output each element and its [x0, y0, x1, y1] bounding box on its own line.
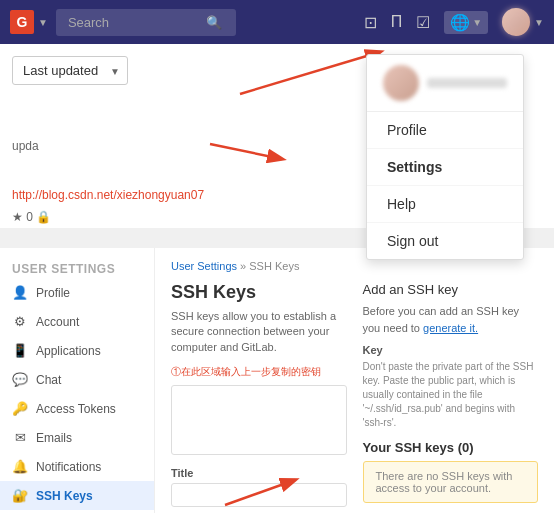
nav-icons-group: ⊡ П ☑ 🌐 ▼ ▼ — [364, 8, 544, 36]
todos-icon[interactable]: ☑ — [416, 13, 430, 32]
logo-chevron-icon: ▼ — [38, 17, 48, 28]
sidebar-item-profile[interactable]: 👤 Profile — [0, 278, 154, 307]
notifications-icon: 🔔 — [12, 459, 28, 474]
avatar — [502, 8, 530, 36]
gitlab-logo[interactable]: G — [10, 10, 34, 34]
sidebar-item-account[interactable]: ⚙ Account — [0, 307, 154, 336]
page-title: SSH Keys — [171, 282, 347, 303]
title-input[interactable] — [171, 483, 347, 507]
signout-menu-item[interactable]: Sign out — [367, 223, 523, 259]
add-ssh-title: Add an SSH key — [363, 282, 539, 297]
your-keys-title: Your SSH keys (0) — [363, 440, 539, 455]
sidebar-item-chat[interactable]: 💬 Chat — [0, 365, 154, 394]
globe-chevron-icon: ▼ — [472, 17, 482, 28]
add-ssh-description: Before you can add an SSH key you need t… — [363, 303, 539, 336]
sidebar-label-emails: Emails — [36, 431, 72, 445]
settings-menu-item[interactable]: Settings — [367, 149, 523, 186]
title-label: Title — [171, 467, 347, 479]
sidebar-label-account: Account — [36, 315, 79, 329]
ssh-keys-icon: 🔐 — [12, 488, 28, 503]
sidebar-label-ssh-keys: SSH Keys — [36, 489, 93, 503]
breadcrumb-separator: » — [240, 260, 246, 272]
sidebar-item-emails[interactable]: ✉ Emails — [0, 423, 154, 452]
sidebar-title: User Settings — [0, 256, 154, 278]
merge-requests-icon[interactable]: П — [391, 13, 403, 31]
page-description: SSH keys allow you to establish a secure… — [171, 309, 347, 355]
sidebar-item-applications[interactable]: 📱 Applications — [0, 336, 154, 365]
last-updated-select[interactable]: Last updated — [12, 56, 128, 85]
main-content: User Settings » SSH Keys SSH Keys SSH ke… — [155, 248, 554, 513]
key-note: Don't paste the private part of the SSH … — [363, 360, 539, 430]
issues-icon[interactable]: ⊡ — [364, 13, 377, 32]
chinese-note-1: ①在此区域输入上一步复制的密钥 — [171, 365, 347, 379]
sidebar: User Settings 👤 Profile ⚙ Account 📱 Appl… — [0, 248, 155, 513]
breadcrumb-parent[interactable]: User Settings — [171, 260, 237, 272]
sidebar-label-access-tokens: Access Tokens — [36, 402, 116, 416]
last-updated-wrapper: Last updated — [12, 56, 128, 85]
search-icon: 🔍 — [206, 15, 222, 30]
navbar: G ▼ 🔍 ⊡ П ☑ 🌐 ▼ ▼ — [0, 0, 554, 44]
applications-icon: 📱 — [12, 343, 28, 358]
bottom-section: User Settings 👤 Profile ⚙ Account 📱 Appl… — [0, 248, 554, 513]
access-tokens-icon: 🔑 — [12, 401, 28, 416]
account-icon: ⚙ — [12, 314, 28, 329]
breadcrumb: User Settings » SSH Keys — [171, 260, 538, 272]
svg-line-3 — [210, 144, 282, 159]
profile-menu-item[interactable]: Profile — [367, 112, 523, 149]
user-dropdown-menu: Profile Settings Help Sign out — [366, 54, 524, 260]
key-textarea[interactable] — [171, 385, 347, 455]
profile-icon: 👤 — [12, 285, 28, 300]
sidebar-label-notifications: Notifications — [36, 460, 101, 474]
help-menu-item[interactable]: Help — [367, 186, 523, 223]
sidebar-label-chat: Chat — [36, 373, 61, 387]
avatar-chevron-icon: ▼ — [534, 17, 544, 28]
globe-icon: 🌐 — [450, 13, 470, 32]
sidebar-item-notifications[interactable]: 🔔 Notifications — [0, 452, 154, 481]
update-text: upda — [12, 139, 39, 153]
globe-dropdown[interactable]: 🌐 ▼ — [444, 11, 488, 34]
title-section: Title — [171, 467, 347, 507]
key-field-label: Key — [363, 344, 539, 356]
sidebar-label-applications: Applications — [36, 344, 101, 358]
user-avatar-dropdown[interactable]: ▼ — [502, 8, 544, 36]
sidebar-item-ssh-keys[interactable]: 🔐 SSH Keys — [0, 481, 154, 510]
your-keys-section: Your SSH keys (0) There are no SSH keys … — [363, 440, 539, 503]
generate-link[interactable]: generate it. — [423, 322, 478, 334]
sidebar-item-access-tokens[interactable]: 🔑 Access Tokens — [0, 394, 154, 423]
chat-icon: 💬 — [12, 372, 28, 387]
emails-icon: ✉ — [12, 430, 28, 445]
breadcrumb-current: SSH Keys — [249, 260, 299, 272]
sidebar-label-profile: Profile — [36, 286, 70, 300]
no-keys-message: There are no SSH keys with access to you… — [363, 461, 539, 503]
